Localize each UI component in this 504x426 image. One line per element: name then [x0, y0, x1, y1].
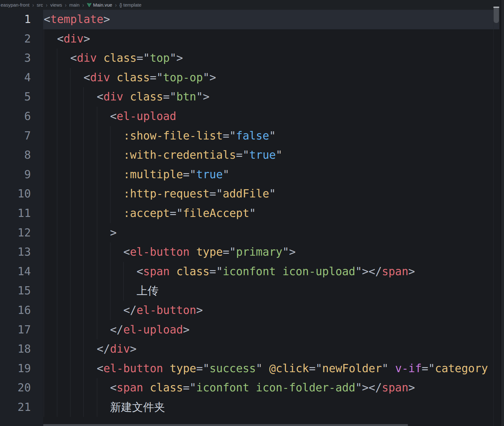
line-number[interactable]: 18: [0, 339, 43, 359]
breadcrumb-separator-icon: ›: [65, 2, 66, 8]
line-content[interactable]: <div class="top">: [43, 48, 504, 68]
code-line[interactable]: 19 <el-button type="success" @click="new…: [0, 359, 504, 378]
line-content[interactable]: >: [43, 223, 504, 243]
line-content[interactable]: <div class="btn">: [43, 87, 504, 107]
code-text: :http-request="addFile": [44, 187, 276, 200]
line-number[interactable]: 14: [0, 262, 43, 281]
code-line[interactable]: 1<template>: [0, 10, 504, 29]
line-content[interactable]: :with-credentials="true": [43, 145, 504, 165]
line-content[interactable]: 新建文件夹: [43, 398, 504, 417]
code-line[interactable]: 6 <el-upload: [0, 107, 504, 126]
code-line[interactable]: 14 <span class="iconfont icon-upload"></…: [0, 262, 504, 281]
line-content[interactable]: <span class="iconfont icon-upload"></spa…: [43, 262, 504, 281]
code-text: </el-button>: [44, 304, 203, 316]
line-number[interactable]: 8: [0, 145, 43, 165]
code-line[interactable]: 11 :accept="fileAccept": [0, 204, 504, 223]
line-number[interactable]: 10: [0, 184, 43, 204]
braces-icon: {}: [120, 3, 122, 8]
breadcrumb-separator-icon: ›: [82, 2, 84, 8]
breadcrumb-item-main-vue[interactable]: Main.vue: [87, 2, 112, 8]
line-content[interactable]: </el-upload>: [43, 320, 504, 340]
code-line[interactable]: 16 </el-button>: [0, 301, 504, 320]
breadcrumb-item-src[interactable]: src: [37, 2, 43, 8]
code-text: >: [44, 226, 117, 239]
breadcrumb: easypan-front›src›views›main›Main.vue›{}…: [0, 0, 501, 10]
breadcrumb-item-easypan-front[interactable]: easypan-front: [1, 2, 30, 8]
code-line[interactable]: 15 上传: [0, 281, 504, 301]
code-line[interactable]: 20 <span class="iconfont icon-folder-add…: [0, 378, 504, 398]
editor-window: easypan-front›src›views›main›Main.vue›{}…: [0, 0, 504, 426]
line-number[interactable]: 13: [0, 242, 43, 262]
breadcrumb-item-views[interactable]: views: [50, 2, 62, 8]
breadcrumb-label: template: [123, 2, 142, 8]
line-content[interactable]: <el-button type="success" @click="newFol…: [43, 359, 504, 378]
code-line[interactable]: 18 </div>: [0, 339, 504, 359]
breadcrumb-item-main[interactable]: main: [69, 2, 80, 8]
line-number[interactable]: 7: [0, 126, 43, 146]
code-text: 新建文件夹: [44, 401, 165, 413]
code-text: <el-button type="success" @click="newFol…: [44, 362, 488, 375]
scrollbar-track-border: [493, 10, 494, 426]
line-number[interactable]: 4: [0, 68, 43, 88]
vertical-scrollbar-thumb[interactable]: [494, 7, 499, 23]
code-line[interactable]: 2 <div>: [0, 29, 504, 49]
line-number[interactable]: 3: [0, 48, 43, 68]
line-content[interactable]: <el-upload: [43, 107, 504, 126]
line-content[interactable]: <el-button type="primary">: [43, 242, 504, 262]
code-line[interactable]: 13 <el-button type="primary">: [0, 242, 504, 262]
code-line[interactable]: 12 >: [0, 223, 504, 243]
line-number[interactable]: 6: [0, 107, 43, 126]
breadcrumb-separator-icon: ›: [115, 2, 117, 8]
line-content[interactable]: </div>: [43, 339, 504, 359]
line-number[interactable]: 2: [0, 29, 43, 49]
code-line[interactable]: 5 <div class="btn">: [0, 87, 504, 107]
code-text: 上传: [44, 284, 159, 297]
line-content[interactable]: :http-request="addFile": [43, 184, 504, 204]
line-content[interactable]: <div class="top-op">: [43, 68, 504, 88]
code-line[interactable]: 4 <div class="top-op">: [0, 68, 504, 88]
code-text: :with-credentials="true": [44, 149, 283, 161]
line-content[interactable]: :accept="fileAccept": [43, 204, 504, 223]
code-line[interactable]: 9 :multiple="true": [0, 165, 504, 185]
breadcrumb-separator-icon: ›: [32, 2, 34, 8]
code-text: <div class="btn">: [44, 90, 210, 103]
vertical-scrollbar-thumb-cap[interactable]: [493, 7, 499, 8]
code-text: <el-button type="primary">: [44, 246, 296, 258]
breadcrumb-label: easypan-front: [1, 2, 30, 8]
line-content[interactable]: 上传: [43, 281, 504, 301]
code-line[interactable]: 10 :http-request="addFile": [0, 184, 504, 204]
line-number[interactable]: 15: [0, 281, 43, 301]
line-number[interactable]: 9: [0, 165, 43, 185]
line-content[interactable]: </el-button>: [43, 301, 504, 320]
code-text: <el-upload: [44, 110, 176, 122]
code-line[interactable]: 3 <div class="top">: [0, 48, 504, 68]
code-line[interactable]: 7 :show-file-list="false": [0, 126, 504, 146]
line-number[interactable]: 11: [0, 204, 43, 223]
line-number[interactable]: 5: [0, 87, 43, 107]
code-lines: 1<template>2 <div>3 <div class="top">4 <…: [0, 10, 504, 417]
breadcrumb-item-template[interactable]: {}template: [120, 2, 142, 8]
line-content[interactable]: <template>: [43, 10, 504, 29]
vue-icon: [87, 3, 92, 7]
line-number[interactable]: 1: [0, 10, 43, 29]
editor-right-edge-strip: [501, 0, 504, 426]
code-line[interactable]: 8 :with-credentials="true": [0, 145, 504, 165]
code-text: :multiple="true": [44, 168, 229, 181]
line-number[interactable]: 20: [0, 378, 43, 398]
line-number[interactable]: 19: [0, 359, 43, 378]
line-number[interactable]: 16: [0, 301, 43, 320]
breadcrumb-label: Main.vue: [93, 2, 112, 8]
horizontal-scrollbar-thumb[interactable]: [43, 424, 408, 426]
code-line[interactable]: 21 新建文件夹: [0, 398, 504, 417]
line-content[interactable]: <span class="iconfont icon-folder-add"><…: [43, 378, 504, 398]
line-number[interactable]: 12: [0, 223, 43, 243]
code-text: </div>: [44, 343, 137, 355]
code-line[interactable]: 17 </el-upload>: [0, 320, 504, 340]
code-editor[interactable]: 1<template>2 <div>3 <div class="top">4 <…: [0, 10, 504, 426]
line-content[interactable]: <div>: [43, 29, 504, 49]
code-text: <div>: [44, 32, 90, 45]
line-content[interactable]: :show-file-list="false": [43, 126, 504, 146]
line-content[interactable]: :multiple="true": [43, 165, 504, 185]
line-number[interactable]: 21: [0, 398, 43, 417]
line-number[interactable]: 17: [0, 320, 43, 340]
